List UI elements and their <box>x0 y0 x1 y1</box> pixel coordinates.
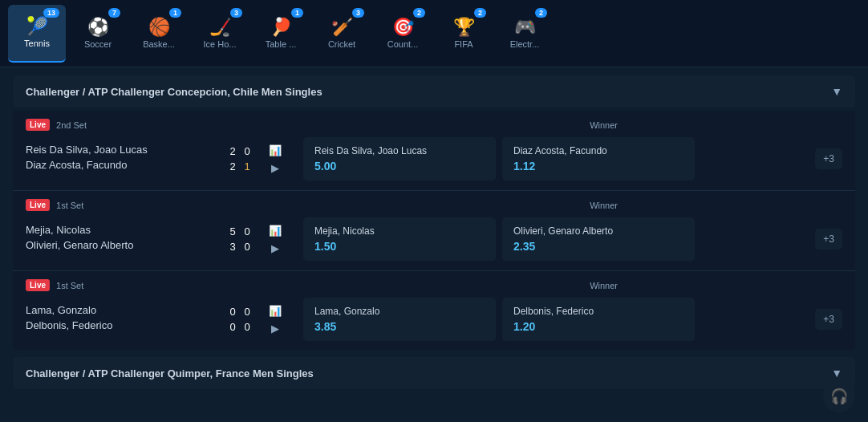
live-badge-match1: Live <box>26 119 50 131</box>
stream-icon-match2[interactable]: ▶ <box>266 241 284 255</box>
top-navigation: 13🎾Tennis7⚽Soccer1🏀Baske...3🏒Ice Ho...1🏓… <box>0 0 868 67</box>
odds-btn-match2-0[interactable]: Mejia, Nicolas1.50 <box>303 217 496 261</box>
set-label-match3: 1st Set <box>56 281 83 290</box>
nav-item-cricket[interactable]: 3🏏Cricket <box>313 5 371 63</box>
match-status-match3: Live1st SetWinner <box>26 279 842 291</box>
score2-game-match1: 1 <box>242 160 252 172</box>
player1-match1: Reis Da Silva, Joao Lucas <box>26 144 218 156</box>
section-header-section2[interactable]: Challenger / ATP Challenger Quimper, Fra… <box>13 357 855 389</box>
odds-name-match1-1: Diaz Acosta, Facundo <box>513 145 607 156</box>
support-button[interactable]: 🎧 <box>823 380 855 412</box>
match-status-match1: Live2nd SetWinner <box>26 119 842 131</box>
more-button-match1[interactable]: +3 <box>815 148 842 169</box>
odds-area-match3: Lama, Gonzalo3.85Delbonis, Federico1.20 <box>303 298 805 341</box>
nav-badge-electro: 2 <box>535 8 547 18</box>
nav-badge-tabletennis: 1 <box>291 8 303 18</box>
score2-game-match3: 0 <box>242 321 252 333</box>
odds-name-match3-0: Lama, Gonzalo <box>314 306 379 317</box>
score1-game-match1: 0 <box>242 145 252 157</box>
match-body-match3: Lama, GonzaloDelbonis, Federico0000📊▶Lam… <box>26 298 842 341</box>
odds-btn-match1-1[interactable]: Diaz Acosta, Facundo1.12 <box>502 137 695 181</box>
nav-label-counter: Count... <box>387 39 419 49</box>
nav-icon-cricket: 🏏 <box>331 18 353 36</box>
scoreboard-icon-match1[interactable]: 📊 <box>266 143 284 157</box>
players-match2: Mejia, NicolasOlivieri, Genaro Alberto <box>26 224 218 254</box>
live-badge-match2: Live <box>26 199 50 211</box>
nav-badge-soccer: 7 <box>108 8 120 18</box>
nav-icon-tabletennis: 🏓 <box>270 18 292 36</box>
score1-set-match3: 0 <box>228 306 237 318</box>
match-block-section1: Live2nd SetWinnerReis Da Silva, Joao Luc… <box>13 111 855 351</box>
score1-set-match1: 2 <box>228 145 237 157</box>
score1-game-match3: 0 <box>242 306 252 318</box>
nav-label-tennis: Tennis <box>24 39 50 48</box>
more-button-match2[interactable]: +3 <box>815 229 842 250</box>
nav-icon-basketball: 🏀 <box>148 18 170 36</box>
score2-game-match2: 0 <box>242 241 252 253</box>
nav-label-soccer: Soccer <box>84 39 112 49</box>
odds-btn-match1-0[interactable]: Reis Da Silva, Joao Lucas5.00 <box>303 137 496 181</box>
support-area: 🎧 <box>823 380 855 412</box>
live-badge-match3: Live <box>26 279 50 291</box>
odds-btn-match3-0[interactable]: Lama, Gonzalo3.85 <box>303 298 496 341</box>
odds-btn-match2-1[interactable]: Olivieri, Genaro Alberto2.35 <box>502 217 695 261</box>
more-button-match3[interactable]: +3 <box>815 309 842 330</box>
odds-value-match2-1: 2.35 <box>513 240 535 253</box>
nav-badge-counter: 2 <box>413 8 425 18</box>
score2-set-match3: 0 <box>228 321 237 333</box>
winner-label-match3: Winner <box>590 281 842 290</box>
scores-match2: 5030 <box>228 225 252 253</box>
stream-icon-match1[interactable]: ▶ <box>266 160 284 175</box>
section-title-section1: Challenger / ATP Challenger Concepcion, … <box>26 86 322 98</box>
odds-value-match2-0: 1.50 <box>314 240 336 253</box>
scoreboard-icon-match3[interactable]: 📊 <box>266 303 284 318</box>
winner-label-match1: Winner <box>590 120 842 130</box>
nav-item-tennis[interactable]: 13🎾Tennis <box>8 5 66 63</box>
odds-name-match2-0: Mejia, Nicolas <box>314 225 375 237</box>
match-icons-match3: 📊▶ <box>266 303 284 335</box>
player2-match1: Diaz Acosta, Facundo <box>26 159 218 171</box>
set-label-match1: 2nd Set <box>56 120 87 130</box>
nav-label-basketball: Baske... <box>143 39 175 49</box>
score1-game-match2: 0 <box>242 225 252 237</box>
match-icons-match1: 📊▶ <box>266 143 284 175</box>
match-row-match1: Live2nd SetWinnerReis Da Silva, Joao Luc… <box>13 111 855 191</box>
player2-match2: Olivieri, Genaro Alberto <box>26 239 218 251</box>
match-body-match1: Reis Da Silva, Joao LucasDiaz Acosta, Fa… <box>26 137 842 181</box>
nav-item-fifa[interactable]: 2🏆FIFA <box>435 5 493 63</box>
match-body-match2: Mejia, NicolasOlivieri, Genaro Alberto50… <box>26 217 842 261</box>
scoreboard-icon-match2[interactable]: 📊 <box>266 223 284 237</box>
match-icons-match2: 📊▶ <box>266 223 284 255</box>
nav-item-icehockey[interactable]: 3🏒Ice Ho... <box>191 5 249 63</box>
nav-badge-tennis: 13 <box>43 8 59 18</box>
stream-icon-match3[interactable]: ▶ <box>266 321 284 335</box>
nav-item-electro[interactable]: 2🎮Electr... <box>496 5 554 63</box>
nav-badge-basketball: 1 <box>169 8 181 18</box>
odds-name-match1-0: Reis Da Silva, Joao Lucas <box>314 145 427 156</box>
nav-item-tabletennis[interactable]: 1🏓Table ... <box>252 5 310 63</box>
nav-badge-fifa: 2 <box>474 8 486 18</box>
nav-item-basketball[interactable]: 1🏀Baske... <box>130 5 188 63</box>
player1-match3: Lama, Gonzalo <box>26 304 218 316</box>
nav-icon-icehockey: 🏒 <box>209 18 231 36</box>
section-title-section2: Challenger / ATP Challenger Quimper, Fra… <box>26 367 314 379</box>
score2-set-match1: 2 <box>228 160 237 172</box>
nav-icon-soccer: ⚽ <box>87 18 109 36</box>
odds-btn-match3-1[interactable]: Delbonis, Federico1.20 <box>502 298 695 341</box>
match-status-match2: Live1st SetWinner <box>26 199 842 211</box>
nav-icon-tennis: 🎾 <box>26 18 48 35</box>
odds-name-match3-1: Delbonis, Federico <box>513 306 594 317</box>
nav-label-electro: Electr... <box>510 39 540 49</box>
chevron-icon-section2: ▼ <box>831 367 842 379</box>
odds-value-match3-0: 3.85 <box>314 320 336 333</box>
nav-badge-icehockey: 3 <box>230 8 242 18</box>
odds-area-match1: Reis Da Silva, Joao Lucas5.00Diaz Acosta… <box>303 137 805 181</box>
chevron-icon-section1: ▼ <box>831 85 842 98</box>
section-header-section1[interactable]: Challenger / ATP Challenger Concepcion, … <box>13 75 855 108</box>
nav-item-soccer[interactable]: 7⚽Soccer <box>69 5 127 63</box>
scores-match1: 2021 <box>228 145 252 172</box>
nav-label-icehockey: Ice Ho... <box>204 39 237 49</box>
odds-area-match2: Mejia, Nicolas1.50Olivieri, Genaro Alber… <box>303 217 805 261</box>
players-match1: Reis Da Silva, Joao LucasDiaz Acosta, Fa… <box>26 144 218 174</box>
nav-item-counter[interactable]: 2🎯Count... <box>374 5 432 63</box>
